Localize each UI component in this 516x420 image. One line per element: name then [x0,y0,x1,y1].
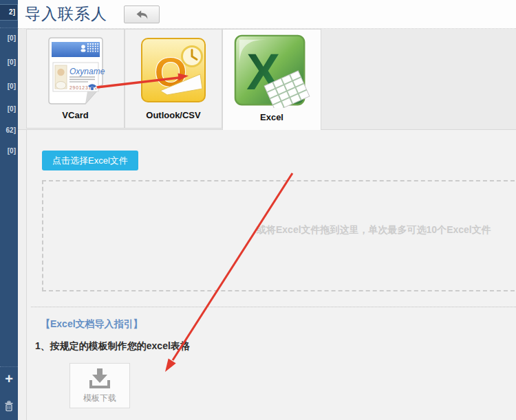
sidebar-item[interactable]: [0] [0,105,18,113]
template-download-label: 模板下载 [83,393,116,404]
sidebar-separator [0,366,18,367]
vcard-icon: Oxyname 290123122 [44,30,107,110]
tab-outlook-csv[interactable]: O Outlook/CSV [125,29,222,129]
import-source-tabs: Oxyname 290123122 VCard [18,29,516,130]
sidebar-separator [0,27,18,28]
tab-label-excel: Excel [260,112,283,130]
svg-text:Oxyname: Oxyname [69,67,105,76]
trash-icon [4,401,14,412]
page-header: 导入联系人 [18,0,516,29]
dropzone-hint: 或将Excel文件拖到这里，单次最多可选10个Excel文件 [257,224,491,236]
import-contacts-page: 2] [0] [0] [0] [0] 62] [0] + 导入联系人 [0,0,516,420]
download-icon [88,367,111,389]
page-title: 导入联系人 [25,3,107,25]
outlook-icon: O [140,30,207,110]
sidebar-item[interactable]: [0] [0,82,18,90]
add-group-button[interactable]: + [0,372,18,386]
tab-vcard[interactable]: Oxyname 290123122 VCard [26,29,125,129]
excel-icon: X [233,30,310,112]
select-excel-file-button[interactable]: 点击选择Excel文件 [42,151,138,170]
step-1-text: 1、按规定的模板制作您的excel表格 [35,340,190,353]
tab-excel[interactable]: X Excel [222,29,321,130]
excel-dropzone[interactable]: 或将Excel文件拖到这里，单次最多可选10个Excel文件 [42,180,516,291]
tab-label-vcard: VCard [62,110,88,128]
sidebar-item[interactable]: [0] [0,58,18,66]
sidebar-item[interactable]: 62] [0,126,18,134]
template-download-button[interactable]: 模板下载 [69,363,130,408]
tab-label-outlook-csv: Outlook/CSV [146,110,200,128]
guide-heading: 【Excel文档导入指引】 [41,318,143,331]
sidebar-item-selected[interactable]: 2] [0,4,18,21]
back-icon [135,9,149,20]
delete-group-button[interactable] [0,401,18,412]
sidebar: 2] [0] [0] [0] [0] 62] [0] + [0,0,18,420]
section-separator [31,307,516,307]
sidebar-item[interactable]: [0] [0,34,18,42]
sidebar-item[interactable]: [0] [0,147,18,155]
excel-import-panel: 点击选择Excel文件 或将Excel文件拖到这里，单次最多可选10个Excel… [26,130,516,420]
back-button[interactable] [124,5,160,23]
